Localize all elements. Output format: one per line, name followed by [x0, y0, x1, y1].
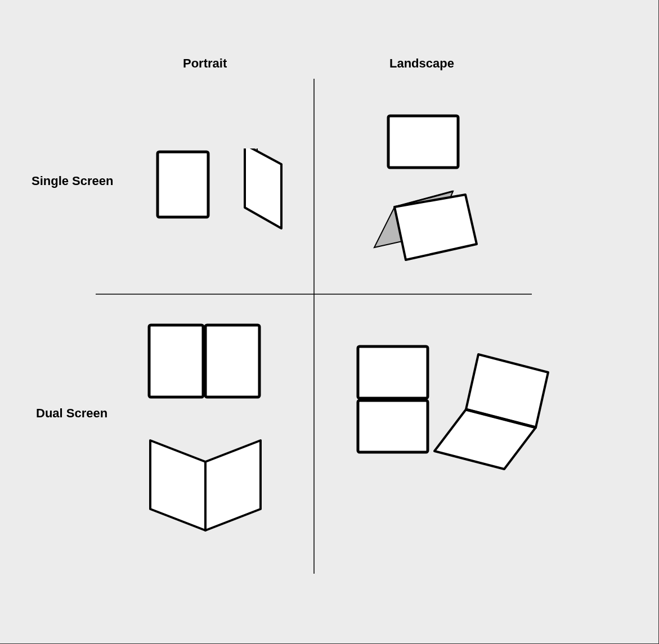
portrait-tablet-icon: [158, 152, 208, 217]
orientation-matrix-diagram: Portrait Landscape Single Screen Dual Sc…: [0, 0, 659, 644]
landscape-tent-icon: [374, 191, 477, 260]
svg-rect-11: [205, 325, 259, 397]
col-header-landscape: Landscape: [389, 56, 454, 71]
cell-single-portrait: [155, 148, 295, 238]
svg-rect-15: [358, 346, 428, 398]
landscape-tablet-icon: [388, 116, 458, 168]
dual-portrait-book-icon: [150, 440, 261, 530]
svg-rect-2: [158, 152, 208, 217]
svg-marker-4: [245, 148, 281, 228]
svg-rect-6: [388, 116, 458, 168]
cell-dual-portrait: [144, 322, 312, 547]
row-header-dual: Dual Screen: [36, 406, 107, 421]
col-header-portrait: Portrait: [183, 56, 227, 71]
cell-single-landscape: [369, 111, 515, 280]
row-header-single: Single Screen: [32, 174, 114, 188]
grid-axes: [0, 0, 659, 644]
dual-landscape-stacked-icon: [358, 346, 428, 452]
svg-marker-12: [150, 440, 205, 530]
svg-rect-16: [358, 400, 428, 452]
dual-portrait-flat-icon: [149, 325, 259, 397]
svg-rect-10: [149, 325, 203, 397]
portrait-folded-back-icon: [245, 148, 281, 228]
svg-marker-13: [205, 440, 261, 530]
dual-landscape-laptop-icon: [434, 354, 548, 469]
cell-dual-landscape: [353, 343, 556, 512]
